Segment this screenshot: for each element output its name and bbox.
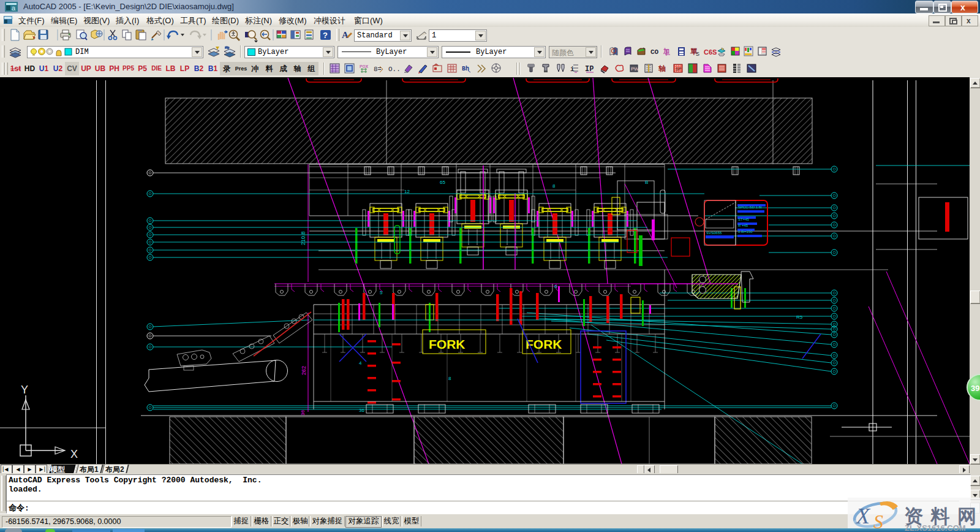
svg-text:ST=45: ST=45 bbox=[738, 218, 750, 221]
svg-text:i: i bbox=[570, 66, 575, 73]
svg-text:PW: PW bbox=[631, 66, 639, 72]
svg-text:ZL.XS1616.COM: ZL.XS1616.COM bbox=[905, 523, 966, 532]
svg-text:8: 8 bbox=[448, 376, 451, 381]
svg-text:X: X bbox=[70, 448, 78, 460]
svg-text:262: 262 bbox=[301, 366, 307, 375]
svg-text:R5: R5 bbox=[796, 314, 803, 320]
svg-text:210.8: 210.8 bbox=[300, 231, 306, 245]
svg-text:A: A bbox=[342, 30, 349, 40]
svg-text:0.8t=150: 0.8t=150 bbox=[738, 230, 753, 234]
svg-text:C6S: C6S bbox=[704, 48, 717, 56]
svg-text:X: X bbox=[855, 504, 871, 528]
svg-text:a: a bbox=[12, 4, 16, 12]
svg-text:4: 4 bbox=[359, 360, 362, 366]
svg-text:R =45: R =45 bbox=[738, 224, 748, 227]
svg-text:6: 6 bbox=[554, 284, 557, 289]
svg-text:SP: SP bbox=[676, 67, 682, 71]
svg-text:CO: CO bbox=[650, 48, 659, 56]
svg-text:Bh: Bh bbox=[462, 66, 469, 72]
svg-text:S: S bbox=[696, 51, 699, 57]
svg-text:36: 36 bbox=[359, 408, 364, 413]
svg-text:SVS0655: SVS0655 bbox=[706, 231, 722, 235]
svg-text:O..: O.. bbox=[388, 66, 401, 73]
svg-text:Y: Y bbox=[21, 384, 28, 396]
svg-text:5: 5 bbox=[380, 290, 383, 295]
svg-text:12: 12 bbox=[404, 189, 410, 194]
svg-text:S: S bbox=[873, 511, 883, 532]
svg-text:?: ? bbox=[323, 31, 328, 40]
svg-text:36: 36 bbox=[300, 410, 306, 416]
svg-text:POX: POX bbox=[360, 64, 369, 69]
svg-text:8: 8 bbox=[552, 183, 556, 189]
svg-text:轴: 轴 bbox=[658, 64, 666, 73]
svg-text:SPCC-SD 1.6t: SPCC-SD 1.6t bbox=[738, 205, 762, 209]
svg-text:65: 65 bbox=[440, 180, 445, 185]
svg-text:B: B bbox=[645, 180, 648, 185]
